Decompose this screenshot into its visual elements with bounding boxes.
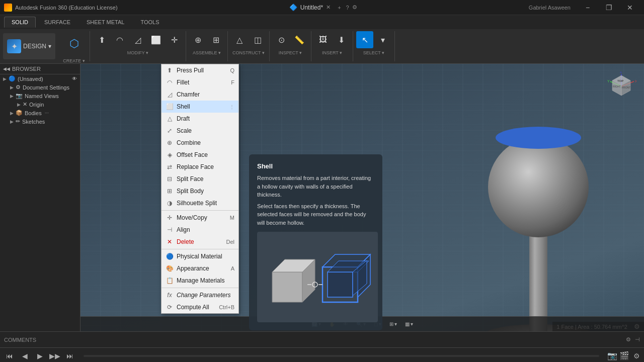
construct-group: △ ◫ CONSTRUCT ▾ — [228, 31, 270, 61]
tab-sheet-metal[interactable]: SHEET METAL — [79, 17, 132, 28]
comments-collapse-icon[interactable]: ⊣ — [635, 336, 640, 343]
modify-label[interactable]: MODIFY ▾ — [127, 50, 148, 55]
browser-header[interactable]: ◀◀ BROWSER — [0, 64, 80, 74]
help-icon[interactable]: ? — [346, 5, 349, 11]
select-btn1[interactable]: ↖ — [356, 31, 373, 48]
timeline-play-btn[interactable]: ▶ — [34, 350, 45, 361]
navcube[interactable]: X Y Z TOP FRONT RIGHT — [606, 71, 636, 102]
grid-btn[interactable]: ⊞▾ — [386, 320, 400, 328]
menu-item-draft[interactable]: △ Draft — [162, 113, 238, 125]
assemble-label[interactable]: ASSEMBLE ▾ — [193, 50, 221, 55]
menu-item-physical-material[interactable]: 🔵 Physical Material — [162, 250, 238, 262]
tab-tools[interactable]: TOOLS — [133, 17, 167, 28]
browser-item-root[interactable]: ▶ 🔵 (Unsaved) 👁 — [0, 74, 80, 83]
timeline-last-btn[interactable]: ⏭ — [64, 350, 75, 361]
bodies-ellipsis: ··· — [45, 110, 49, 116]
menu-item-press-pull[interactable]: ⬆ Press Pull Q — [162, 64, 238, 76]
tab-solid[interactable]: SOLID — [4, 17, 36, 28]
menu-item-scale[interactable]: ⤢ Scale — [162, 125, 238, 137]
assemble-group: ⊕ ⊞ ASSEMBLE ▾ — [186, 31, 228, 61]
minimize-button[interactable]: − — [578, 0, 598, 15]
close-doc-icon[interactable]: ✕ — [326, 4, 331, 11]
menu-item-split-body[interactable]: ⊞ Split Body — [162, 185, 238, 197]
compute-all-label: Compute All — [177, 304, 209, 311]
assemble-btn2[interactable]: ⊞ — [207, 31, 224, 48]
timeline-settings-icon[interactable]: ⚙ — [633, 352, 640, 360]
construct-label[interactable]: CONSTRUCT ▾ — [232, 50, 265, 55]
snapshot-icon[interactable]: 📷 — [607, 351, 617, 360]
title-bar-right: Gabriel Asaween − ❐ ✕ — [529, 0, 640, 15]
inspect-label[interactable]: INSPECT ▾ — [279, 50, 302, 55]
menu-item-move-copy[interactable]: ✛ Move/Copy M — [162, 212, 238, 224]
add-tab-icon[interactable]: + — [338, 5, 341, 11]
timeline-prev-btn[interactable]: ◀ — [19, 350, 30, 361]
eye-icon[interactable]: 👁 — [72, 76, 77, 81]
browser-item-sketches[interactable]: ▶ ✏ Sketches — [0, 117, 80, 126]
chamfer-tool-btn[interactable]: ◿ — [129, 31, 146, 48]
insert-label[interactable]: INSERT ▾ — [322, 50, 342, 55]
select-label[interactable]: SELECT ▾ — [363, 50, 384, 55]
select-btn2[interactable]: ▾ — [374, 31, 391, 48]
close-button[interactable]: ✕ — [620, 0, 640, 15]
menu-item-delete[interactable]: ✕ Delete Del — [162, 236, 238, 248]
menu-item-shell[interactable]: ⬜ Shell ⋮ — [162, 101, 238, 113]
menu-item-appearance[interactable]: 🎨 Appearance A — [162, 262, 238, 275]
create-btn[interactable]: ⬡ — [61, 31, 87, 56]
move-tool-btn[interactable]: ✛ — [166, 31, 183, 48]
create-label[interactable]: CREATE ▾ — [63, 58, 85, 63]
timeline-track[interactable] — [84, 355, 599, 357]
modify-dropdown-menu[interactable]: ⬆ Press Pull Q ◠ Fillet F ◿ Chamfer — [161, 64, 239, 314]
menu-item-chamfer[interactable]: ◿ Chamfer — [162, 88, 238, 101]
inspect-btn1[interactable]: ⊙ — [273, 31, 290, 48]
browser-item-namedviews[interactable]: ▶ 📷 Named Views — [0, 92, 80, 100]
press-pull-label: Press Pull — [177, 67, 204, 74]
animation-icon[interactable]: 🎬 — [619, 351, 629, 360]
assemble-btn1[interactable]: ⊕ — [189, 31, 206, 48]
construct-btn2[interactable]: ◫ — [249, 31, 266, 48]
browser-title: BROWSER — [12, 66, 41, 72]
design-arrow: ▾ — [48, 43, 51, 50]
title-bar-left: Autodesk Fusion 360 (Education License) — [4, 4, 118, 12]
menu-item-manage-materials[interactable]: 📋 Manage Materials — [162, 275, 238, 287]
comments-bar: COMMENTS ⚙ ⊣ — [0, 331, 644, 347]
timeline-next-btn[interactable]: ▶▶ — [49, 350, 60, 361]
insert-btn1[interactable]: 🖼 — [314, 31, 332, 48]
fillet-tool-btn[interactable]: ◠ — [111, 31, 128, 48]
svg-point-4 — [488, 137, 589, 237]
menu-item-offset-face[interactable]: ◈ Offset Face — [162, 149, 238, 161]
comments-settings-icon[interactable]: ⚙ — [626, 336, 631, 343]
settings-icon-title[interactable]: ⚙ — [352, 4, 357, 11]
align-label: Align — [177, 226, 190, 233]
shell-tooltip-title: Shell — [257, 162, 374, 170]
browser-item-origin[interactable]: ▶ ✕ Origin — [0, 100, 80, 109]
browser-item-docsettings[interactable]: ▶ ⚙ Document Settings — [0, 83, 80, 92]
viewport[interactable]: ⬆ Press Pull Q ◠ Fillet F ◿ Chamfer — [80, 64, 644, 331]
press-pull-tool-btn[interactable]: ⬆ — [93, 31, 110, 48]
menu-item-change-params[interactable]: fx Change Parameters — [162, 289, 238, 301]
delete-label: Delete — [177, 238, 194, 245]
browser-item-bodies[interactable]: ▶ 📦 Bodies ··· — [0, 109, 80, 117]
select-group: ↖ ▾ SELECT ▾ — [353, 31, 395, 61]
design-button[interactable]: ✦ DESIGN ▾ — [3, 33, 55, 59]
menu-item-combine[interactable]: ⊕ Combine — [162, 137, 238, 149]
menu-item-silhouette-split[interactable]: ◑ Silhouette Split — [162, 197, 238, 209]
inspect-btn2[interactable]: 📏 — [291, 31, 308, 48]
menu-item-align[interactable]: ⊣ Align — [162, 224, 238, 236]
appearance-shortcut: A — [231, 265, 234, 272]
visual-btn[interactable]: ▦▾ — [402, 320, 416, 328]
tab-surface[interactable]: SURFACE — [37, 17, 78, 28]
offset-face-icon: ◈ — [166, 151, 174, 159]
menu-item-split-face[interactable]: ⊟ Split Face — [162, 173, 238, 185]
insert-btn2[interactable]: ⬇ — [333, 31, 350, 48]
menu-item-fillet[interactable]: ◠ Fillet F — [162, 76, 238, 88]
menu-item-compute-all[interactable]: ⟳ Compute All Ctrl+B — [162, 301, 238, 313]
menu-item-replace-face[interactable]: ⇄ Replace Face — [162, 161, 238, 173]
shell-tool-btn[interactable]: ⬜ — [147, 31, 165, 48]
browser-nav-back[interactable]: ◀◀ — [3, 66, 10, 71]
offset-face-label: Offset Face — [177, 151, 208, 158]
restore-button[interactable]: ❐ — [599, 0, 619, 15]
chamfer-label: Chamfer — [177, 91, 200, 98]
construct-btn1[interactable]: △ — [231, 31, 248, 48]
compute-all-icon: ⟳ — [166, 303, 174, 311]
timeline-first-btn[interactable]: ⏮ — [4, 350, 15, 361]
